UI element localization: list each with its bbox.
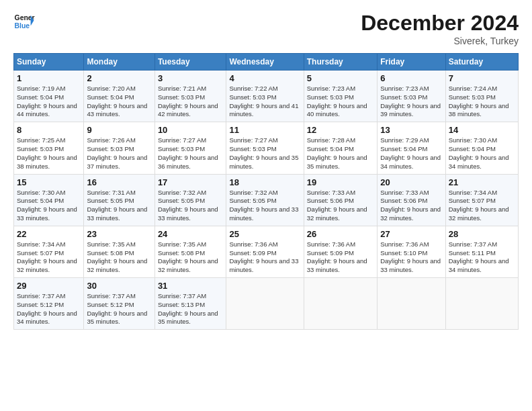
day-cell: 9 Sunrise: 7:26 AMSunset: 5:03 PMDayligh…: [84, 122, 154, 174]
day-cell: 31 Sunrise: 7:37 AMSunset: 5:13 PMDaylig…: [154, 278, 226, 330]
day-number: 23: [87, 229, 151, 239]
day-info: Sunrise: 7:27 AMSunset: 5:03 PMDaylight:…: [229, 136, 300, 171]
day-cell: 19 Sunrise: 7:33 AMSunset: 5:06 PMDaylig…: [304, 174, 377, 226]
col-header-saturday: Saturday: [445, 54, 518, 71]
day-number: 15: [17, 177, 81, 187]
calendar-table: SundayMondayTuesdayWednesdayThursdayFrid…: [13, 53, 519, 330]
day-number: 3: [158, 73, 224, 83]
week-row-4: 22 Sunrise: 7:34 AMSunset: 5:07 PMDaylig…: [14, 226, 519, 277]
day-number: 2: [87, 73, 151, 83]
day-info: Sunrise: 7:33 AMSunset: 5:06 PMDaylight:…: [307, 189, 374, 223]
day-info: Sunrise: 7:37 AMSunset: 5:12 PMDaylight:…: [17, 292, 81, 326]
day-cell: 7 Sunrise: 7:24 AMSunset: 5:03 PMDayligh…: [445, 71, 518, 122]
day-info: Sunrise: 7:22 AMSunset: 5:03 PMDaylight:…: [229, 85, 300, 119]
day-number: 11: [229, 125, 300, 135]
day-cell: 21 Sunrise: 7:34 AMSunset: 5:07 PMDaylig…: [445, 174, 518, 226]
day-number: 6: [380, 73, 442, 83]
day-info: Sunrise: 7:23 AMSunset: 5:03 PMDaylight:…: [307, 85, 374, 119]
day-info: Sunrise: 7:35 AMSunset: 5:08 PMDaylight:…: [87, 240, 151, 275]
day-cell: 4 Sunrise: 7:22 AMSunset: 5:03 PMDayligh…: [226, 71, 304, 122]
day-number: 14: [449, 125, 515, 135]
day-info: Sunrise: 7:20 AMSunset: 5:04 PMDaylight:…: [87, 85, 151, 119]
day-cell: 27 Sunrise: 7:36 AMSunset: 5:10 PMDaylig…: [378, 226, 445, 277]
day-info: Sunrise: 7:23 AMSunset: 5:03 PMDaylight:…: [380, 85, 442, 119]
day-number: 29: [17, 281, 81, 291]
day-cell: 22 Sunrise: 7:34 AMSunset: 5:07 PMDaylig…: [14, 226, 84, 277]
day-cell: 12 Sunrise: 7:28 AMSunset: 5:04 PMDaylig…: [304, 122, 377, 174]
day-number: 24: [158, 229, 224, 239]
day-info: Sunrise: 7:34 AMSunset: 5:07 PMDaylight:…: [17, 240, 81, 275]
day-cell: 10 Sunrise: 7:27 AMSunset: 5:03 PMDaylig…: [154, 122, 226, 174]
day-cell: 11 Sunrise: 7:27 AMSunset: 5:03 PMDaylig…: [226, 122, 304, 174]
day-info: Sunrise: 7:37 AMSunset: 5:12 PMDaylight:…: [87, 292, 151, 326]
day-cell: 1 Sunrise: 7:19 AMSunset: 5:04 PMDayligh…: [14, 71, 84, 122]
day-info: Sunrise: 7:27 AMSunset: 5:03 PMDaylight:…: [158, 136, 224, 171]
day-info: Sunrise: 7:21 AMSunset: 5:03 PMDaylight:…: [158, 85, 224, 119]
day-number: 16: [87, 177, 151, 187]
day-cell: 16 Sunrise: 7:31 AMSunset: 5:05 PMDaylig…: [84, 174, 154, 226]
day-number: 21: [449, 177, 515, 187]
day-number: 25: [229, 229, 300, 239]
day-cell: 3 Sunrise: 7:21 AMSunset: 5:03 PMDayligh…: [154, 71, 226, 122]
day-info: Sunrise: 7:36 AMSunset: 5:09 PMDaylight:…: [307, 240, 374, 275]
day-cell: 24 Sunrise: 7:35 AMSunset: 5:08 PMDaylig…: [154, 226, 226, 277]
day-cell: 26 Sunrise: 7:36 AMSunset: 5:09 PMDaylig…: [304, 226, 377, 277]
col-header-friday: Friday: [378, 54, 445, 71]
day-number: 20: [380, 177, 442, 187]
day-number: 17: [158, 177, 224, 187]
day-info: Sunrise: 7:36 AMSunset: 5:10 PMDaylight:…: [380, 240, 442, 275]
day-number: 10: [158, 125, 224, 135]
day-info: Sunrise: 7:28 AMSunset: 5:04 PMDaylight:…: [307, 136, 374, 171]
day-cell: [226, 278, 304, 330]
day-info: Sunrise: 7:25 AMSunset: 5:03 PMDaylight:…: [17, 136, 81, 171]
day-info: Sunrise: 7:31 AMSunset: 5:05 PMDaylight:…: [87, 189, 151, 223]
week-row-2: 8 Sunrise: 7:25 AMSunset: 5:03 PMDayligh…: [14, 122, 519, 174]
day-number: 1: [17, 73, 81, 83]
day-cell: 18 Sunrise: 7:32 AMSunset: 5:05 PMDaylig…: [226, 174, 304, 226]
day-cell: 28 Sunrise: 7:37 AMSunset: 5:11 PMDaylig…: [445, 226, 518, 277]
day-info: Sunrise: 7:37 AMSunset: 5:13 PMDaylight:…: [158, 292, 224, 326]
day-number: 8: [17, 125, 81, 135]
day-cell: 29 Sunrise: 7:37 AMSunset: 5:12 PMDaylig…: [14, 278, 84, 330]
day-cell: 14 Sunrise: 7:30 AMSunset: 5:04 PMDaylig…: [445, 122, 518, 174]
day-number: 18: [229, 177, 300, 187]
day-info: Sunrise: 7:34 AMSunset: 5:07 PMDaylight:…: [449, 189, 515, 223]
day-info: Sunrise: 7:33 AMSunset: 5:06 PMDaylight:…: [380, 189, 442, 223]
svg-text:Blue: Blue: [15, 22, 30, 30]
week-row-1: 1 Sunrise: 7:19 AMSunset: 5:04 PMDayligh…: [14, 71, 519, 122]
day-cell: 17 Sunrise: 7:32 AMSunset: 5:05 PMDaylig…: [154, 174, 226, 226]
month-title: December 2024: [361, 11, 519, 36]
day-number: 31: [158, 281, 224, 291]
day-number: 19: [307, 177, 374, 187]
day-info: Sunrise: 7:32 AMSunset: 5:05 PMDaylight:…: [158, 189, 224, 223]
day-number: 27: [380, 229, 442, 239]
day-cell: 5 Sunrise: 7:23 AMSunset: 5:03 PMDayligh…: [304, 71, 377, 122]
day-number: 28: [449, 229, 515, 239]
title-block: December 2024 Siverek, Turkey: [361, 11, 519, 46]
day-info: Sunrise: 7:35 AMSunset: 5:08 PMDaylight:…: [158, 240, 224, 275]
day-cell: [445, 278, 518, 330]
day-cell: 25 Sunrise: 7:36 AMSunset: 5:09 PMDaylig…: [226, 226, 304, 277]
day-info: Sunrise: 7:26 AMSunset: 5:03 PMDaylight:…: [87, 136, 151, 171]
col-header-tuesday: Tuesday: [154, 54, 226, 71]
col-header-wednesday: Wednesday: [226, 54, 304, 71]
day-cell: 30 Sunrise: 7:37 AMSunset: 5:12 PMDaylig…: [84, 278, 154, 330]
day-info: Sunrise: 7:29 AMSunset: 5:04 PMDaylight:…: [380, 136, 442, 171]
day-number: 13: [380, 125, 442, 135]
day-cell: [304, 278, 377, 330]
day-info: Sunrise: 7:19 AMSunset: 5:04 PMDaylight:…: [17, 85, 81, 119]
day-number: 5: [307, 73, 374, 83]
day-cell: 15 Sunrise: 7:30 AMSunset: 5:04 PMDaylig…: [14, 174, 84, 226]
day-info: Sunrise: 7:30 AMSunset: 5:04 PMDaylight:…: [17, 189, 81, 223]
location: Siverek, Turkey: [361, 36, 519, 46]
header-row: SundayMondayTuesdayWednesdayThursdayFrid…: [14, 54, 519, 71]
day-number: 4: [229, 73, 300, 83]
logo-icon: General Blue: [13, 11, 35, 32]
day-number: 9: [87, 125, 151, 135]
day-info: Sunrise: 7:30 AMSunset: 5:04 PMDaylight:…: [449, 136, 515, 171]
day-cell: 8 Sunrise: 7:25 AMSunset: 5:03 PMDayligh…: [14, 122, 84, 174]
logo: General Blue: [13, 11, 35, 32]
day-number: 22: [17, 229, 81, 239]
day-info: Sunrise: 7:24 AMSunset: 5:03 PMDaylight:…: [449, 85, 515, 119]
col-header-monday: Monday: [84, 54, 154, 71]
